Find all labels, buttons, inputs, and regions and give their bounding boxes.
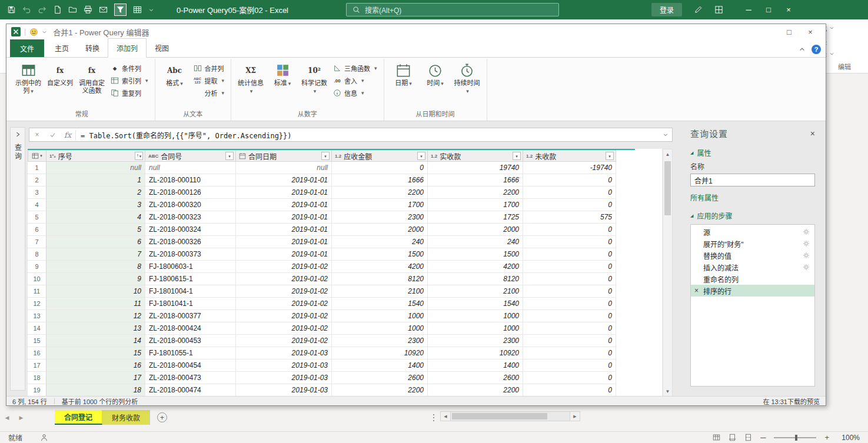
cell[interactable]: 2019-01-02 (236, 322, 332, 335)
zoom-slider-thumb[interactable] (795, 435, 797, 441)
tab-transform[interactable]: 转换 (77, 39, 108, 57)
cell[interactable]: 3 (46, 199, 145, 211)
cell[interactable]: 0 (523, 384, 616, 397)
cell[interactable]: ZL-2018-000373 (145, 248, 236, 261)
cell[interactable]: 2019-01-03 (236, 384, 332, 397)
row-number[interactable]: 10 (28, 273, 46, 285)
cell[interactable]: ZL-2018-000473 (145, 372, 236, 384)
search-box[interactable]: 搜索(Alt+Q) (346, 3, 559, 16)
cell[interactable]: null (145, 162, 236, 174)
row-number[interactable]: 12 (28, 298, 46, 310)
cell[interactable]: 2019-01-01 (236, 199, 332, 211)
formula-expand-icon[interactable] (659, 128, 672, 141)
row-number[interactable]: 13 (28, 310, 46, 322)
query-name-input[interactable] (690, 174, 815, 186)
cell[interactable]: ZL-2018-000323 (145, 211, 236, 224)
accessibility-icon[interactable] (40, 434, 48, 442)
cell[interactable]: 2019-01-01 (236, 174, 332, 186)
column-header-receivable[interactable]: 1.2应收金额▾ (332, 150, 428, 162)
cell[interactable]: 8120 (332, 273, 428, 285)
row-number[interactable]: 6 (28, 224, 46, 236)
cell[interactable]: 10920 (428, 347, 523, 359)
queries-pane-collapsed[interactable]: 查询 (10, 127, 25, 391)
cell[interactable]: ZL-2018-000320 (145, 199, 236, 211)
cell[interactable]: 16 (46, 359, 145, 372)
pq-close-button[interactable]: × (800, 25, 821, 39)
column-filter-button[interactable]: ▾ (417, 152, 425, 160)
row-number[interactable]: 3 (28, 186, 46, 199)
cell[interactable]: FJ-1801041-1 (145, 298, 236, 310)
new-sheet-button[interactable]: + (157, 412, 167, 422)
cell[interactable]: 2200 (332, 186, 428, 199)
applied-step-renamed-columns[interactable]: 重命名的列 (691, 273, 814, 285)
cell[interactable]: 2019-01-01 (236, 211, 332, 224)
cell[interactable]: 10920 (332, 347, 428, 359)
column-header-unreceived[interactable]: 1.2未收款▾ (523, 150, 616, 162)
page-layout-view-icon[interactable] (729, 434, 736, 441)
rounding-button[interactable]: .00舍入▾ (331, 75, 380, 86)
cell[interactable]: 2019-01-02 (236, 298, 332, 310)
cell[interactable]: 2100 (332, 285, 428, 298)
cell[interactable]: 2100 (428, 285, 523, 298)
page-break-view-icon[interactable] (744, 434, 752, 441)
cell[interactable]: 1000 (332, 310, 428, 322)
commit-formula-icon[interactable] (45, 128, 60, 141)
column-profiling-status[interactable]: 基于前 1000 个行的列分析 (62, 397, 138, 406)
column-filter-button[interactable]: ▾ (321, 152, 330, 160)
cell[interactable]: 2600 (428, 372, 523, 384)
expand-queries-icon[interactable] (15, 131, 21, 138)
custom-column-button[interactable]: fx自定义列 (45, 61, 75, 89)
column-header-serial[interactable]: 1²₃序号↑▾ (46, 150, 145, 162)
applied-step-sorted-rows[interactable]: ×排序的行 (691, 285, 814, 297)
cell[interactable]: 1666 (332, 174, 428, 186)
cell[interactable]: 0 (523, 174, 616, 186)
scientific-button[interactable]: 10²科学记数▾ (299, 61, 330, 98)
row-number[interactable]: 19 (28, 384, 46, 397)
tab-splitter-handle[interactable] (433, 413, 434, 422)
pen-mode-icon[interactable] (694, 5, 703, 14)
cell[interactable]: 13 (46, 322, 145, 335)
cell[interactable]: 0 (523, 186, 616, 199)
row-number[interactable]: 17 (28, 359, 46, 372)
statistics-button[interactable]: ΧΣ统计信息▾ (235, 61, 266, 98)
cell[interactable]: 6 (46, 236, 145, 248)
cell[interactable]: FJ-1800615-1 (145, 273, 236, 285)
applied-step-inserted-subtraction[interactable]: 插入的减法 (691, 261, 814, 273)
cell[interactable]: 0 (332, 162, 428, 174)
cell[interactable]: 0 (523, 285, 616, 298)
cell[interactable]: ZL-2018-000454 (145, 359, 236, 372)
scroll-up-icon[interactable]: ▲ (663, 149, 672, 159)
chevron-down-icon[interactable] (42, 29, 47, 35)
cell[interactable]: 1700 (428, 199, 523, 211)
feedback-smiley-icon[interactable] (29, 28, 38, 36)
properties-section-header[interactable]: ◢ 属性 (690, 148, 815, 158)
index-column-button[interactable]: 索引列▾ (108, 75, 151, 86)
filter-toggle-icon[interactable] (114, 4, 127, 16)
cell[interactable]: 1000 (332, 322, 428, 335)
cell[interactable]: 0 (523, 310, 616, 322)
open-file-icon[interactable] (68, 5, 77, 14)
cell[interactable]: 2019-01-01 (236, 248, 332, 261)
cell[interactable]: null (236, 162, 332, 174)
cell[interactable]: 1400 (428, 359, 523, 372)
column-filter-button[interactable]: ▾ (513, 152, 521, 160)
cell[interactable]: 2019-01-02 (236, 273, 332, 285)
format-button[interactable]: Abc格式▾ (159, 61, 190, 90)
duplicate-column-button[interactable]: 重复列 (108, 87, 151, 99)
cell[interactable]: 2019-01-01 (236, 186, 332, 199)
cell[interactable]: 240 (428, 236, 523, 248)
prev-sheet-icon[interactable]: ◀ (0, 410, 14, 425)
cell[interactable]: 2019-01-02 (236, 335, 332, 347)
cell[interactable]: 0 (523, 199, 616, 211)
cell[interactable]: 0 (523, 359, 616, 372)
cell[interactable]: 0 (523, 335, 616, 347)
cell[interactable]: 12 (46, 310, 145, 322)
information-button[interactable]: 信息▾ (331, 87, 380, 99)
scroll-down-icon[interactable]: ▼ (663, 387, 672, 396)
cell[interactable]: 7 (46, 248, 145, 261)
cell[interactable]: ZL-2018-000377 (145, 310, 236, 322)
cell[interactable]: 8120 (428, 273, 523, 285)
grid-vertical-scrollbar[interactable]: ▲ ▼ (663, 149, 673, 397)
save-icon[interactable] (7, 5, 16, 14)
cell[interactable]: 14 (46, 335, 145, 347)
